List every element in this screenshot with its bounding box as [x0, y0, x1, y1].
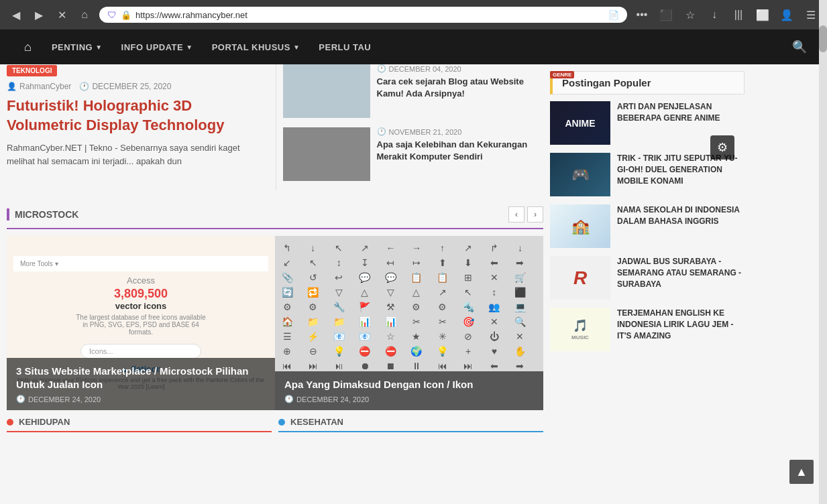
pocket-button[interactable]: ⬛: [657, 5, 675, 24]
microstock-grid: More Tools ▾ Access 3,809,500 vector ico…: [7, 236, 543, 410]
card-overlay-title-1: 3 Situs Website Marketplace / Microstock…: [16, 365, 266, 391]
featured-article: TEKNOLOGI 👤 RahmanCyber 🕐 DECEMBER 25, 2…: [7, 64, 276, 190]
bookmark-button[interactable]: ☆: [681, 5, 700, 24]
navbar-home[interactable]: ⌂: [13, 31, 42, 64]
article-thumb-1: [283, 64, 370, 118]
card-overlay-title-2: Apa Yang Dimaksud Dengan Icon / Ikon: [284, 378, 534, 391]
flaticon-count: 3,809,500: [114, 287, 168, 301]
clock-icon: 🕐: [377, 64, 386, 73]
navbar-item-info-update[interactable]: INFO UPDATE ▼: [112, 32, 203, 63]
sidebar-container: ⚙ Postingan Populer GENRE ANIME ARTI DAN…: [550, 71, 745, 351]
article-title-1[interactable]: Cara cek sejarah Blog atau Website Kamu!…: [377, 76, 544, 100]
bus-letter: R: [573, 267, 587, 289]
author-meta: 👤 RahmanCyber: [7, 82, 71, 91]
chevron-down-icon: ▼: [293, 44, 300, 51]
tab-button[interactable]: ⬜: [753, 5, 772, 24]
chevron-down-icon: ▼: [95, 44, 102, 51]
browser-chrome: ◀ ▶ ✕ ⌂ 🛡 🔒 https://www.rahmancyber.net …: [0, 0, 827, 29]
library-button[interactable]: |||: [729, 5, 748, 24]
article-thumb-row-2: 🕐 NOVEMBER 21, 2020 Apa saja Kelebihan d…: [283, 127, 544, 181]
account-button[interactable]: 👤: [777, 5, 796, 24]
section-kesehatan: KESEHATAN: [278, 417, 543, 438]
sidebar-thumb-music: 🎵 MUSIC: [550, 308, 610, 351]
bottom-sections: KEHIDUPAN KESEHATAN: [7, 410, 543, 438]
sidebar-item-title-3: NAMA SEKOLAH DI INDONESIA DALAM BAHASA I…: [617, 204, 745, 227]
school-icon: 🏫: [571, 218, 590, 235]
navbar-link-penting[interactable]: PENTING ▼: [42, 32, 112, 63]
date-meta: 🕐 DECEMBER 25, 2020: [79, 82, 171, 91]
url-text: https://www.rahmancyber.net: [135, 10, 604, 20]
sidebar-item-title-1: ARTI DAN PENJELASAN BEBERAPA GENRE ANIME: [617, 101, 745, 124]
card-overlay-2: Apa Yang Dimaksud Dengan Icon / Ikon 🕐 D…: [275, 371, 543, 411]
featured-title[interactable]: Futuristik! Holographic 3D Volumetric Di…: [7, 97, 268, 135]
sidebar-popular-item-4[interactable]: R JADWAL BUS SURABAYA - SEMARANG ATAU SE…: [550, 256, 745, 300]
section-title-microstock: MICROSTOCK: [7, 208, 78, 220]
menu-button[interactable]: ☰: [802, 5, 820, 24]
settings-button[interactable]: ⚙: [710, 135, 734, 160]
navbar-link-info-update[interactable]: INFO UPDATE ▼: [112, 32, 203, 63]
section-nav: ‹ ›: [508, 206, 543, 223]
user-icon: 👤: [7, 82, 17, 91]
clock-icon: 🕐: [16, 395, 25, 403]
anime-thumb-content: GENRE ANIME: [550, 101, 610, 145]
sidebar: ⚙ Postingan Populer GENRE ANIME ARTI DAN…: [550, 64, 751, 451]
navbar-menu: PENTING ▼ INFO UPDATE ▼ PORTAL KHUSUS ▼ …: [42, 32, 785, 63]
section-header-microstock: MICROSTOCK ‹ ›: [7, 200, 543, 229]
article-thumb-row-1: 🕐 DECEMBER 04, 2020 Cara cek sejarah Blo…: [283, 64, 544, 118]
back-button[interactable]: ◀: [7, 5, 25, 24]
lock-icon: 🔒: [121, 10, 131, 20]
sidebar-item-title-5: TERJEMAHAN ENGLISH KE INDONESIA LIRIK LA…: [617, 308, 745, 341]
browser-actions: ••• ⬛ ☆ ↓ ||| ⬜ 👤 ☰: [632, 5, 820, 24]
music-label: MUSIC: [571, 334, 589, 340]
download-button[interactable]: ↓: [705, 5, 724, 24]
flaticon-search-bar[interactable]: Icons...: [80, 344, 201, 359]
content-area: TEKNOLOGI 👤 RahmanCyber 🕐 DECEMBER 25, 2…: [0, 64, 827, 451]
prev-button[interactable]: ‹: [508, 206, 525, 223]
forward-button[interactable]: ▶: [30, 5, 48, 24]
card-overlay-date-1: 🕐 DECEMBER 24, 2020: [16, 395, 266, 403]
accent-dot: [7, 419, 13, 426]
close-button[interactable]: ✕: [52, 5, 71, 24]
sidebar-popular-item-3[interactable]: 🏫 NAMA SEKOLAH DI INDONESIA DALAM BAHASA…: [550, 204, 745, 248]
right-articles: 🕐 DECEMBER 04, 2020 Cara cek sejarah Blo…: [276, 64, 544, 190]
navbar-item-penting[interactable]: PENTING ▼: [42, 32, 112, 63]
sidebar-popular-item-5[interactable]: 🎵 MUSIC TERJEMAHAN ENGLISH KE INDONESIA …: [550, 308, 745, 351]
search-button[interactable]: 🔍: [785, 33, 814, 61]
more-button[interactable]: •••: [632, 5, 651, 24]
article-thumb-2: [283, 127, 370, 181]
scrollbar-track[interactable]: [819, 0, 827, 451]
microstock-card-2[interactable]: ↰↓↖↗←→↑↗↱↓ ↙↖↕↧↤↦⬆⬇⬅➡ 📎↺↩💬💬📋📋⊞✕🛒 🔄🔁▽△▽△↗…: [275, 236, 543, 410]
yugioh-icon: 🎮: [571, 166, 590, 184]
anime-text: ANIME: [565, 118, 595, 129]
featured-excerpt: RahmanCyber.NET | Tekno - Sebenarnya say…: [7, 141, 268, 168]
navbar-link-perlu-tau[interactable]: PERLU TAU: [309, 32, 380, 63]
next-button[interactable]: ›: [527, 206, 543, 223]
music-icon: 🎵: [573, 318, 588, 333]
flaticon-desc: vector icons: [115, 301, 167, 311]
clock-icon: 🕐: [284, 395, 294, 403]
microstock-section: MICROSTOCK ‹ › More Tools ▾: [7, 200, 543, 410]
shield-icon: 🛡: [107, 9, 117, 20]
address-bar[interactable]: 🛡 🔒 https://www.rahmancyber.net 📄: [99, 7, 627, 23]
navbar-item-portal-khusus[interactable]: PORTAL KHUSUS ▼: [203, 32, 310, 63]
navbar-link-portal-khusus[interactable]: PORTAL KHUSUS ▼: [203, 32, 310, 63]
home-button[interactable]: ⌂: [75, 5, 94, 24]
navbar: ⌂ PENTING ▼ INFO UPDATE ▼ PORTAL KHUSUS …: [0, 29, 827, 64]
chevron-down-icon: ▼: [186, 44, 192, 51]
article-meta: 👤 RahmanCyber 🕐 DECEMBER 25, 2020: [7, 82, 268, 91]
flaticon-nav: More Tools ▾: [20, 260, 262, 267]
article-info-2: 🕐 NOVEMBER 21, 2020 Apa saja Kelebihan d…: [377, 127, 544, 163]
scrollbar-thumb[interactable]: [819, 25, 827, 52]
flaticon-subdesc: The largest database of free icons avail…: [74, 314, 208, 336]
tag-badge[interactable]: TEKNOLOGI: [7, 65, 57, 76]
navbar-item-perlu-tau[interactable]: PERLU TAU: [309, 32, 380, 63]
main-content: TEKNOLOGI 👤 RahmanCyber 🕐 DECEMBER 25, 2…: [0, 64, 550, 451]
flaticon-topbar: More Tools ▾: [13, 256, 268, 271]
clock-icon: 🕐: [79, 82, 89, 91]
sidebar-thumb-school: 🏫: [550, 204, 610, 248]
section-title-kehidupan: KEHIDUPAN: [7, 417, 272, 432]
accent-dot-blue: [278, 419, 285, 426]
sidebar-popular-title: Postingan Populer: [550, 71, 745, 94]
microstock-card-1[interactable]: More Tools ▾ Access 3,809,500 vector ico…: [7, 236, 275, 410]
article-title-2[interactable]: Apa saja Kelebihan dan Kekurangan Meraki…: [377, 139, 544, 163]
